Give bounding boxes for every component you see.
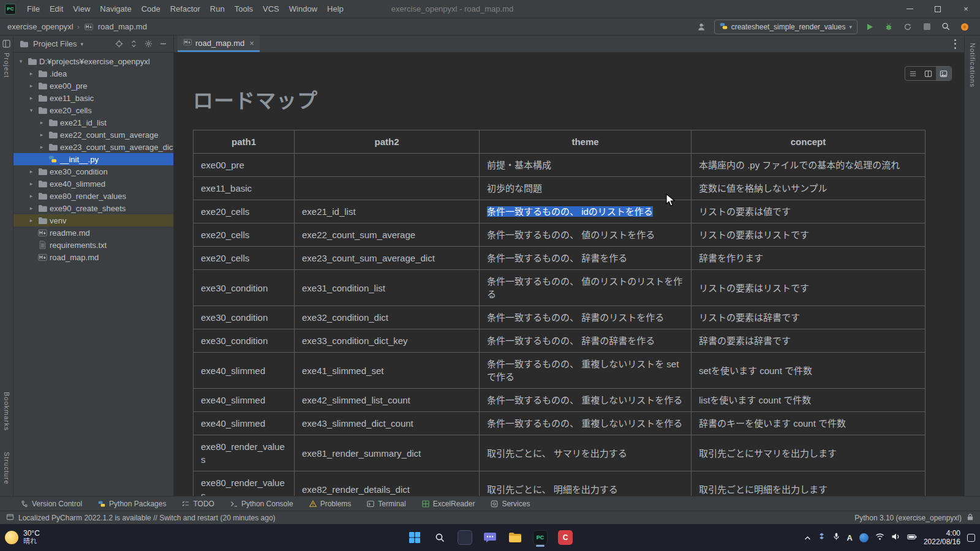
user-icon[interactable]	[695, 20, 709, 34]
chevron-right-icon[interactable]: ▸	[38, 144, 45, 150]
menu-edit[interactable]: Edit	[45, 0, 68, 18]
search-everywhere-icon[interactable]	[939, 20, 952, 34]
stripe-label-notifications[interactable]: Notifications	[969, 40, 976, 90]
chevron-right-icon[interactable]: ▸	[28, 70, 35, 77]
microphone-icon[interactable]	[832, 532, 840, 544]
cell-path2[interactable]: exe82_render_details_dict	[295, 471, 480, 497]
cell-concept[interactable]: リストの要素は辞書です	[692, 306, 925, 329]
tree-item-venv[interactable]: ▸venv	[13, 214, 173, 227]
menu-window[interactable]: Window	[284, 0, 322, 18]
locate-file-icon[interactable]	[113, 39, 124, 50]
tray-app-icon[interactable]	[818, 532, 826, 543]
project-view-selector[interactable]: Project Files	[33, 39, 77, 48]
cell-path1[interactable]: exe30_condition	[194, 329, 295, 353]
cell-path2[interactable]: exe43_slimmed_dict_count	[295, 412, 480, 435]
cell-path1[interactable]: exe20_cells	[194, 247, 295, 270]
menu-help[interactable]: Help	[322, 0, 349, 18]
toolwindow-todo[interactable]: TODO	[182, 500, 214, 508]
tree-item-.idea[interactable]: ▸.idea	[13, 67, 173, 80]
cell-theme[interactable]: 条件一致するものの、 値のリストを作る	[480, 223, 692, 247]
cell-path2[interactable]: exe32_condition_dict	[295, 306, 480, 329]
wifi-icon[interactable]	[875, 532, 884, 543]
cell-theme[interactable]: 条件一致するものの、 重複しないリストを set で作る	[480, 353, 692, 389]
cell-concept[interactable]: 取引先ごとにサマリを出力します	[692, 435, 925, 471]
cell-path2[interactable]: exe21_id_list	[295, 200, 480, 223]
tree-item-readme.md[interactable]: readme.md	[13, 227, 173, 239]
editor-only-icon[interactable]	[905, 67, 921, 80]
cell-theme[interactable]: 条件一致するものの、 辞書を作る	[480, 247, 692, 270]
cell-path2[interactable]: exe22_count_sum_average	[295, 223, 480, 247]
cell-path2[interactable]: exe23_count_sum_average_dict	[295, 247, 480, 270]
chevron-right-icon[interactable]: ▸	[28, 83, 35, 89]
red-app-icon[interactable]: C	[557, 528, 573, 547]
lock-icon[interactable]	[967, 513, 974, 523]
chevron-right-icon[interactable]: ▸	[28, 95, 35, 101]
stripe-label-bookmarks[interactable]: Bookmarks	[3, 389, 10, 433]
toolwindow-terminal[interactable]: Terminal	[367, 500, 405, 508]
cell-theme[interactable]: 条件一致するものの、 辞書のリストを作る	[480, 306, 692, 329]
chevron-right-icon[interactable]: ▸	[28, 205, 35, 211]
cell-path1[interactable]: exe20_cells	[194, 223, 295, 247]
cell-theme[interactable]: 条件一致するものの、 値のリストのリストを作る	[480, 270, 692, 306]
ime-indicator[interactable]: A	[847, 533, 853, 542]
rerun-button[interactable]	[901, 20, 914, 34]
cell-path2[interactable]: exe41_slimmed_set	[295, 353, 480, 389]
gear-icon[interactable]	[143, 39, 154, 50]
cell-path1[interactable]: exe20_cells	[194, 200, 295, 223]
toolwindow-python-console[interactable]: Python Console	[230, 500, 293, 508]
tree-item-d-projects-exercise_openpyxl[interactable]: ▾D:¥projects¥exercise_openpyxl	[13, 55, 173, 67]
chevron-right-icon[interactable]: ▸	[28, 193, 35, 199]
cell-path2[interactable]: exe42_slimmed_list_count	[295, 389, 480, 412]
battery-icon[interactable]	[907, 532, 917, 543]
toolwindow-services[interactable]: Services	[491, 500, 530, 508]
cell-concept[interactable]: リストの要素はリストです	[692, 270, 925, 306]
tree-item-exe23_count_sum_average_dict[interactable]: ▸exe23_count_sum_average_dict	[13, 141, 173, 153]
cell-theme[interactable]: 取引先ごとに、 明細を出力する	[480, 471, 692, 497]
cell-concept[interactable]: 辞書のキーを使います count で件数	[692, 412, 925, 435]
close-icon[interactable]: ×	[249, 39, 254, 48]
start-button[interactable]	[407, 528, 423, 547]
cell-path1[interactable]: exe30_condition	[194, 306, 295, 329]
menu-run[interactable]: Run	[205, 0, 230, 18]
breadcrumb-file[interactable]: road_map.md	[98, 22, 147, 31]
cell-theme[interactable]: 前提・基本構成	[480, 154, 692, 177]
menu-code[interactable]: Code	[137, 0, 165, 18]
cell-theme[interactable]: 条件一致するものの、 重複しないリストを作る	[480, 389, 692, 412]
cell-theme[interactable]: 条件一致するものの、 辞書の辞書を作る	[480, 329, 692, 353]
menu-vcs[interactable]: VCS	[258, 0, 284, 18]
tree-item-exe40_slimmed[interactable]: ▸exe40_slimmed	[13, 178, 173, 190]
menu-refactor[interactable]: Refactor	[165, 0, 205, 18]
debug-button[interactable]	[882, 20, 895, 34]
run-button[interactable]	[863, 20, 876, 34]
cell-path1[interactable]: exe40_slimmed	[194, 389, 295, 412]
cell-path2[interactable]	[295, 154, 480, 177]
tree-item-exe22_count_sum_average[interactable]: ▸exe22_count_sum_average	[13, 129, 173, 141]
hide-panel-icon[interactable]	[157, 39, 168, 50]
stripe-label-structure[interactable]: Structure	[3, 449, 10, 487]
cell-theme[interactable]: 取引先ごとに、 サマリを出力する	[480, 435, 692, 471]
file-explorer-icon[interactable]	[507, 528, 523, 547]
tree-item-exe80_render_values[interactable]: ▸exe80_render_values	[13, 190, 173, 202]
cell-path2[interactable]	[295, 177, 480, 200]
chevron-right-icon[interactable]: ▸	[38, 119, 45, 126]
cell-concept[interactable]: リストの要素は値です	[692, 200, 925, 223]
python-interpreter[interactable]: Python 3.10 (exercise_openpyxl)	[854, 514, 962, 522]
tree-item-requirements.txt[interactable]: requirements.txt	[13, 239, 173, 251]
cell-path1[interactable]: exe30_condition	[194, 270, 295, 306]
chevron-down-icon[interactable]: ▾	[17, 58, 24, 64]
update-notification-icon[interactable]	[958, 20, 971, 34]
toolwindow-excelreader[interactable]: ExcelReader	[422, 500, 475, 508]
cell-path1[interactable]: exe40_slimmed	[194, 353, 295, 389]
cell-concept[interactable]: listを使います count で件数	[692, 389, 925, 412]
dark-app-icon[interactable]	[457, 528, 473, 547]
cell-path1[interactable]: exe00_pre	[194, 154, 295, 177]
cell-path2[interactable]: exe33_condition_dict_key	[295, 329, 480, 353]
menu-view[interactable]: View	[68, 0, 95, 18]
chevron-down-icon[interactable]: ▾	[28, 107, 35, 113]
split-view-icon[interactable]	[921, 67, 936, 80]
breadcrumb-project[interactable]: exercise_openpyxl	[7, 22, 74, 31]
weather-widget[interactable]: 30°C 晴れ	[5, 530, 40, 545]
cell-path2[interactable]: exe31_condition_list	[295, 270, 480, 306]
expand-collapse-icon[interactable]	[128, 39, 139, 50]
blue-circle-icon[interactable]	[859, 533, 869, 542]
